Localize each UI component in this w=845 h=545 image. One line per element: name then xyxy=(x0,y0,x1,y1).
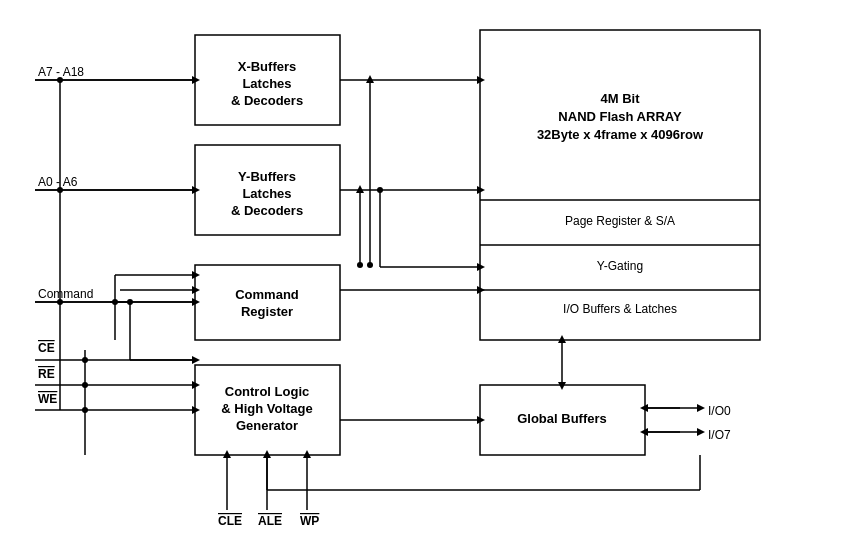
svg-point-12 xyxy=(82,357,88,363)
y-buffers-label-1: Y-Buffers xyxy=(238,169,296,184)
control-logic-label-2: & High Voltage xyxy=(221,401,312,416)
a0-a6-label: A0 - A6 xyxy=(38,175,78,189)
nand-array-label-2: NAND Flash ARRAY xyxy=(558,109,682,124)
svg-point-41 xyxy=(357,262,363,268)
re-label: RE xyxy=(38,367,55,381)
x-buffers-label-2: Latches xyxy=(242,76,291,91)
io0-label: I/O0 xyxy=(708,404,731,418)
ale-label: ALE xyxy=(258,514,282,528)
io-buffers-label: I/O Buffers & Latches xyxy=(563,302,677,316)
x-buffers-label-1: X-Buffers xyxy=(238,59,297,74)
command-register-label-2: Register xyxy=(241,304,293,319)
nand-array-outer xyxy=(480,30,760,340)
nand-array-label-3: 32Byte x 4frame x 4096row xyxy=(537,127,704,142)
nand-array-label-1: 4M Bit xyxy=(601,91,641,106)
svg-point-15 xyxy=(82,382,88,388)
command-register-block xyxy=(195,265,340,340)
svg-marker-43 xyxy=(366,75,374,83)
y-buffers-label-2: Latches xyxy=(242,186,291,201)
svg-point-36 xyxy=(377,187,383,193)
ce-label: CE xyxy=(38,341,55,355)
svg-marker-55 xyxy=(697,428,705,436)
we-label: WE xyxy=(38,392,57,406)
y-gating-label: Y-Gating xyxy=(597,259,643,273)
a7-a18-label: A7 - A18 xyxy=(38,65,84,79)
control-logic-label-1: Control Logic xyxy=(225,384,310,399)
x-buffers-label-3: & Decoders xyxy=(231,93,303,108)
svg-point-44 xyxy=(367,262,373,268)
io7-label: I/O7 xyxy=(708,428,731,442)
block-diagram: 4M Bit NAND Flash ARRAY 32Byte x 4frame … xyxy=(0,0,845,545)
svg-point-18 xyxy=(82,407,88,413)
y-buffers-label-3: & Decoders xyxy=(231,203,303,218)
command-register-label-1: Command xyxy=(235,287,299,302)
page-register-label: Page Register & S/A xyxy=(565,214,675,228)
control-logic-label-3: Generator xyxy=(236,418,298,433)
svg-marker-51 xyxy=(697,404,705,412)
svg-marker-40 xyxy=(356,185,364,193)
wp-label: WP xyxy=(300,514,319,528)
cle-label: CLE xyxy=(218,514,242,528)
global-buffers-label: Global Buffers xyxy=(517,411,607,426)
command-label: Command xyxy=(38,287,93,301)
